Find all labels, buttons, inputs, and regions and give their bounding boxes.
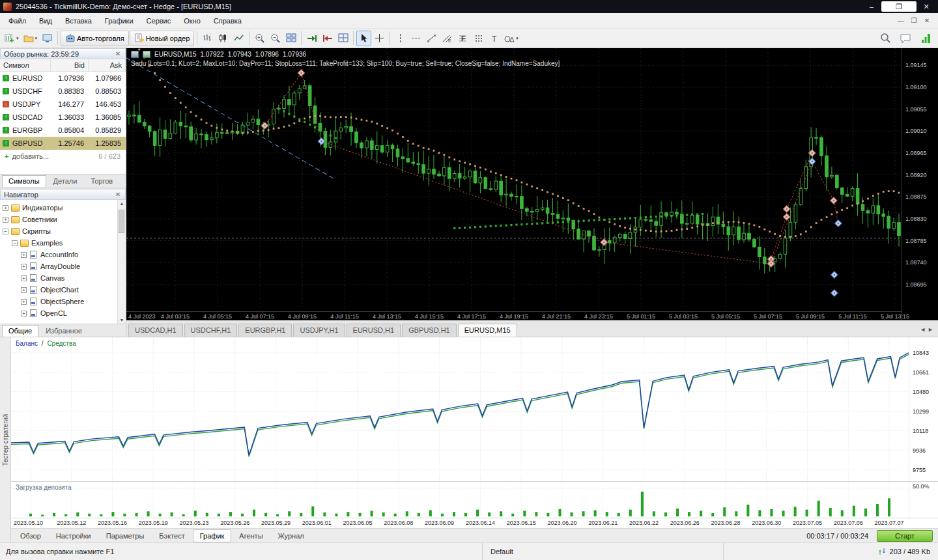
chart-tab-USDCHF,H1[interactable]: USDCHF,H1 [184, 324, 238, 337]
zoom-out-button[interactable] [268, 31, 283, 46]
expand-icon[interactable]: + [21, 252, 27, 258]
menu-Вид[interactable]: Вид [33, 14, 59, 27]
price-axis[interactable]: 1.091451.091001.090551.090101.089651.089… [902, 48, 938, 320]
profiles-button[interactable]: ▾ [21, 31, 40, 46]
new-chart-button[interactable]: ▾ [3, 31, 21, 46]
chart-tab-EURUSD,M15[interactable]: EURUSD,M15 [458, 324, 517, 337]
tab-Избранное[interactable]: Избранное [39, 325, 89, 337]
chart-tab-USDJPY,H1[interactable]: USDJPY,H1 [293, 324, 345, 337]
tabs-scroll-right-icon[interactable]: ► [928, 326, 933, 333]
object-frames-button[interactable] [335, 31, 350, 46]
start-button[interactable]: Старт [877, 530, 933, 542]
chart-tab-EURUSD,H1[interactable]: EURUSD,H1 [347, 324, 401, 337]
market-watch-column-header[interactable]: Символ Bid Ask [0, 59, 126, 72]
auto-scroll-button[interactable] [304, 31, 319, 46]
deposit-load-pane[interactable]: Загрузка депозита 50.0% [11, 482, 938, 518]
column-bid[interactable]: Bid [51, 59, 89, 71]
tree-item-ObjectSphere[interactable]: +ObjectSphere [0, 296, 117, 307]
expand-icon[interactable]: + [3, 205, 8, 211]
market-watch-header[interactable]: Обзор рынка: 23:59:29 ✕ [0, 48, 126, 59]
tree-item-Советники[interactable]: +Советники [0, 214, 117, 225]
tabs-scroll-left-icon[interactable]: ◄ [920, 326, 926, 333]
market-watch-row-EURUSD[interactable]: ↑EURUSD1.079361.07966 [0, 72, 126, 85]
column-ask[interactable]: Ask [89, 59, 126, 71]
market-watch-row-USDCHF[interactable]: ↑USDCHF0.883830.88503 [0, 85, 126, 98]
expand-icon[interactable]: + [21, 311, 27, 316]
expand-icon[interactable]: + [3, 217, 8, 223]
candles-chart-button[interactable] [216, 31, 231, 46]
scrollbar-thumb[interactable] [119, 210, 124, 233]
balance-chart[interactable] [11, 337, 909, 481]
menu-Справка[interactable]: Справка [207, 14, 248, 27]
autotrade-button[interactable]: Авто-торговля [61, 31, 129, 46]
cursor-button[interactable] [356, 31, 371, 46]
statusbar-profile[interactable]: Default [482, 543, 723, 560]
tree-item-Examples[interactable]: −Examples [0, 237, 117, 249]
trendline-button[interactable] [424, 31, 439, 46]
expand-icon[interactable]: + [21, 299, 27, 305]
expand-icon[interactable]: + [21, 264, 27, 270]
collapse-icon[interactable]: − [12, 240, 18, 246]
tile-windows-button[interactable] [283, 31, 298, 46]
minimize-button[interactable]: – [863, 1, 880, 12]
navigator-scrollbar[interactable]: ▲ ▼ [117, 200, 126, 324]
tab-Символы[interactable]: Символы [2, 175, 46, 187]
horizontal-line-button[interactable] [408, 31, 423, 46]
chart-close-button[interactable]: ✕ [920, 17, 933, 24]
chart-minimize-button[interactable]: — [894, 17, 907, 24]
vertical-line-button[interactable] [393, 31, 408, 46]
tree-item-ObjectChart[interactable]: +ObjectChart [0, 284, 117, 296]
market-watch-row-GBPUSD[interactable]: ↑GBPUSD1.257461.25835 [0, 137, 126, 150]
tab-Общие[interactable]: Общие [2, 325, 38, 337]
crosshair-button[interactable] [372, 31, 387, 46]
tab-Детали[interactable]: Детали [47, 175, 84, 187]
fibonacci-button[interactable]: F [455, 31, 470, 46]
tester-side-strip[interactable]: Тестер стратегий [0, 337, 11, 542]
column-symbol[interactable]: Символ [0, 59, 51, 71]
expand-icon[interactable]: + [21, 275, 27, 281]
add-symbol-row[interactable]: + добавить... 6 / 623 [0, 150, 126, 163]
scroll-down-icon[interactable]: ▼ [120, 318, 124, 322]
channel-button[interactable]: E [440, 31, 455, 46]
expand-icon[interactable]: + [21, 287, 27, 293]
collapse-icon[interactable]: − [3, 229, 8, 234]
tester-tab-Бэктест[interactable]: Бэктест [152, 529, 192, 542]
chart-plot-area[interactable]: EURUSD,M15 1.07922 1.07943 1.07896 1.079… [126, 48, 902, 320]
tester-tab-Настройки[interactable]: Настройки [49, 529, 98, 542]
market-watch-row-USDJPY[interactable]: ↓USDJPY146.277146.453 [0, 98, 126, 111]
tester-tab-График[interactable]: График [193, 529, 232, 542]
menu-Вставка[interactable]: Вставка [59, 14, 98, 27]
close-button[interactable]: ✕ [918, 1, 935, 12]
zoom-in-button[interactable] [252, 31, 267, 46]
market-watch-row-USDCAD[interactable]: ↑USDCAD1.360331.36085 [0, 111, 126, 124]
scroll-up-icon[interactable]: ▲ [120, 201, 124, 206]
chart-restore-button[interactable]: ❐ [907, 17, 920, 24]
bars-chart-button[interactable] [200, 31, 215, 46]
shapes-button[interactable]: ▾ [502, 31, 520, 46]
chart-tab-USDCAD,H1[interactable]: USDCAD,H1 [128, 324, 183, 337]
tester-tab-Обзор[interactable]: Обзор [13, 529, 48, 542]
balance-chart-pane[interactable]: Баланс / Средства 1084310661104801029910… [11, 337, 938, 482]
tester-tab-Журнал[interactable]: Журнал [271, 529, 311, 542]
menu-Файл[interactable]: Файл [2, 14, 33, 27]
close-icon[interactable]: ✕ [114, 50, 122, 57]
time-axis[interactable]: 4 Jul 20234 Jul 03:154 Jul 05:154 Jul 07… [126, 311, 902, 320]
chart-tab-GBPUSD,H1[interactable]: GBPUSD,H1 [402, 324, 457, 337]
market-watch-row-EURGBP[interactable]: ↑EURGBP0.858040.85829 [0, 124, 126, 137]
navigator-header[interactable]: Навигатор ✕ [0, 189, 126, 200]
tree-item-OpenCL[interactable]: +OpenCL [0, 307, 117, 319]
connection-status-button[interactable] [918, 31, 933, 46]
menu-Сервис[interactable]: Сервис [140, 14, 178, 27]
tree-item-AccountInfo[interactable]: +AccountInfo [0, 249, 117, 260]
new-order-button[interactable]: Новый ордер [130, 31, 195, 46]
objects-grid-button[interactable] [471, 31, 486, 46]
menu-Окно[interactable]: Окно [177, 14, 207, 27]
workspace-button[interactable] [40, 31, 55, 46]
tree-item-Индикаторы[interactable]: +Индикаторы [0, 202, 117, 214]
restore-button[interactable]: ❐ [881, 1, 917, 12]
main-chart[interactable] [126, 48, 902, 311]
chart-shift-button[interactable] [320, 31, 335, 46]
tree-item-Скрипты[interactable]: −Скрипты [0, 225, 117, 237]
text-tool-button[interactable]: T [487, 31, 502, 46]
tester-tab-Агенты[interactable]: Агенты [232, 529, 270, 542]
